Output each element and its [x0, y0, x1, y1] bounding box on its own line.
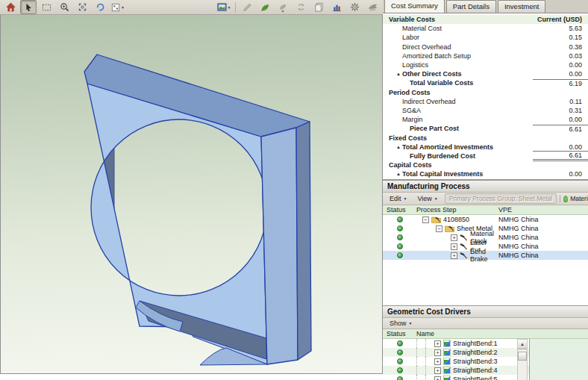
process-row[interactable]: − 4108850 NMHG China: [383, 215, 588, 224]
cost-total-row: Piece Part Cost 6.61: [383, 124, 588, 133]
manufacturing-toolbar: Edit▼ View▼ Primary Process Group: Sheet…: [383, 193, 588, 205]
straight-bend-icon: [443, 376, 451, 380]
cost-summary-table: Variable Costs Current (USD) Material Co…: [383, 13, 588, 180]
panel-title: Manufacturing Process: [383, 180, 588, 193]
routing-icon[interactable]: [364, 0, 381, 14]
scrollbar-thumb[interactable]: [518, 352, 527, 361]
status-ok-icon: [397, 225, 403, 231]
panel-title: Geometric Cost Drivers: [383, 305, 588, 318]
process-group-icon: [431, 216, 441, 223]
settings-gear-icon[interactable]: [346, 0, 363, 14]
publish-icon[interactable]: [275, 0, 291, 14]
right-panel: Cost Summary Part Details Investment Var…: [383, 0, 588, 380]
edit-menu[interactable]: Edit▼: [386, 194, 410, 203]
chevron-down-icon: ▼: [404, 196, 407, 201]
cost-row: Material Cost 5.63: [383, 24, 588, 33]
fit-view-icon[interactable]: [74, 0, 90, 14]
cost-row: Amortized Batch Setup 0.03: [383, 52, 588, 60]
process-row-selected[interactable]: + Bend Brake NMHG China: [383, 251, 588, 260]
gcd-empty-area: [529, 339, 588, 380]
expand-node-icon[interactable]: +: [434, 358, 441, 365]
straight-bend-icon: [443, 358, 451, 365]
aprioricost-app: { "icons": { "dropdown": "▼", "collapse"…: [0, 0, 588, 380]
chevron-down-icon: ▼: [121, 5, 125, 10]
expand-node-icon[interactable]: +: [434, 349, 441, 356]
collapse-node-icon[interactable]: −: [422, 217, 429, 223]
status-ok-icon: [397, 376, 403, 380]
tab-cost-summary[interactable]: Cost Summary: [384, 0, 445, 13]
chevron-down-icon: ▼: [434, 196, 438, 201]
cost-icon[interactable]: [257, 0, 273, 14]
gcd-table-header: Status Name: [383, 329, 588, 339]
status-ok-icon: [397, 349, 403, 355]
rotate-view-icon[interactable]: [92, 0, 108, 14]
status-ok-icon: [397, 358, 403, 364]
straight-bend-icon: [443, 367, 451, 374]
tab-part-details[interactable]: Part Details: [446, 0, 496, 13]
collapse-icon[interactable]: ▲: [396, 145, 401, 149]
status-ok-icon: [397, 340, 403, 346]
tab-investment[interactable]: Investment: [498, 0, 545, 13]
cost-row: SG&A 0.31: [383, 106, 588, 115]
status-ok-icon: [397, 243, 403, 249]
cost-row: Labor 0.15: [383, 33, 588, 42]
status-ok-icon: [397, 217, 403, 222]
gcd-tree: + StraightBend:1 + StraightBend:2: [383, 339, 588, 380]
edit-part-icon[interactable]: [239, 0, 255, 14]
cost-section-row: Fixed Costs: [383, 133, 588, 142]
3d-viewport[interactable]: [0, 15, 383, 374]
cost-total-row: Total Variable Costs 6.19: [383, 78, 588, 87]
cost-section-row: Period Costs: [383, 88, 588, 97]
zoom-icon[interactable]: [56, 0, 72, 14]
material-label: Material: Steel- HR- 1: [560, 195, 588, 202]
view-mode-icon[interactable]: ▼: [110, 0, 126, 14]
straight-bend-icon: [443, 349, 451, 356]
expand-node-icon[interactable]: +: [434, 340, 441, 347]
show-menu[interactable]: Show▼: [386, 319, 416, 328]
primary-process-group-button[interactable]: Primary Process Group: Sheet Metal: [445, 193, 557, 204]
cost-row-collapsible: ▲Total Capital Investments 0.00: [383, 169, 588, 178]
refresh-icon[interactable]: [293, 0, 309, 14]
scroll-up-icon[interactable]: ▲: [518, 340, 527, 349]
cost-header-row: Variable Costs Current (USD): [383, 15, 588, 24]
status-ok-icon: [397, 234, 403, 240]
cost-row: Direct Overhead 0.38: [383, 43, 588, 52]
tab-bar: Cost Summary Part Details Investment: [383, 0, 588, 13]
expand-node-icon[interactable]: +: [451, 252, 457, 259]
gcd-toolbar: Show▼: [383, 318, 588, 329]
process-step-icon: [460, 252, 468, 259]
collapse-icon[interactable]: ▲: [396, 72, 401, 76]
select-cursor-icon[interactable]: [20, 0, 37, 14]
process-tree: − 4108850 NMHG China − Sheet Metal NMHG …: [383, 215, 588, 260]
straight-bend-icon: [443, 340, 451, 347]
cost-total-row: Fully Burdened Cost 6.61: [383, 152, 588, 161]
chevron-down-icon: ▼: [409, 321, 413, 326]
process-table-header: Status Process Step VPE: [383, 205, 588, 215]
currency-header: Current (USD): [533, 16, 588, 23]
snapshot-icon[interactable]: ▼: [216, 0, 232, 14]
cost-row: Margin 0.00: [383, 115, 588, 124]
part-model: [1, 15, 382, 373]
chevron-down-icon: ▼: [228, 5, 231, 10]
status-ok-icon: [397, 367, 403, 373]
geometric-cost-drivers-panel: Geometric Cost Drivers Show▼ Status Name…: [383, 305, 588, 380]
manufacturing-process-panel: Manufacturing Process Edit▼ View▼ Primar…: [383, 180, 588, 305]
chart-icon[interactable]: [328, 0, 345, 14]
expand-node-icon[interactable]: +: [434, 376, 441, 380]
collapse-icon[interactable]: ▲: [396, 172, 401, 176]
section-label: Variable Costs: [389, 16, 435, 23]
main-toolbar: ▼ ▼: [0, 0, 383, 15]
cost-section-row: Capital Costs: [383, 161, 588, 169]
home-icon[interactable]: [2, 0, 19, 14]
expand-node-icon[interactable]: +: [434, 367, 441, 374]
status-ok-icon: [397, 252, 403, 258]
gcd-scrollbar[interactable]: ▲: [517, 339, 528, 380]
cost-row-collapsible: ▲Other Direct Costs 0.00: [383, 69, 588, 78]
copy-scenario-icon[interactable]: [310, 0, 327, 14]
cost-row: Indirect Overhead 0.11: [383, 97, 588, 106]
material-icon: [563, 196, 568, 202]
view-menu[interactable]: View▼: [413, 194, 441, 203]
marquee-zoom-icon[interactable]: [38, 0, 54, 14]
cost-row: Logistics 0.00: [383, 60, 588, 69]
